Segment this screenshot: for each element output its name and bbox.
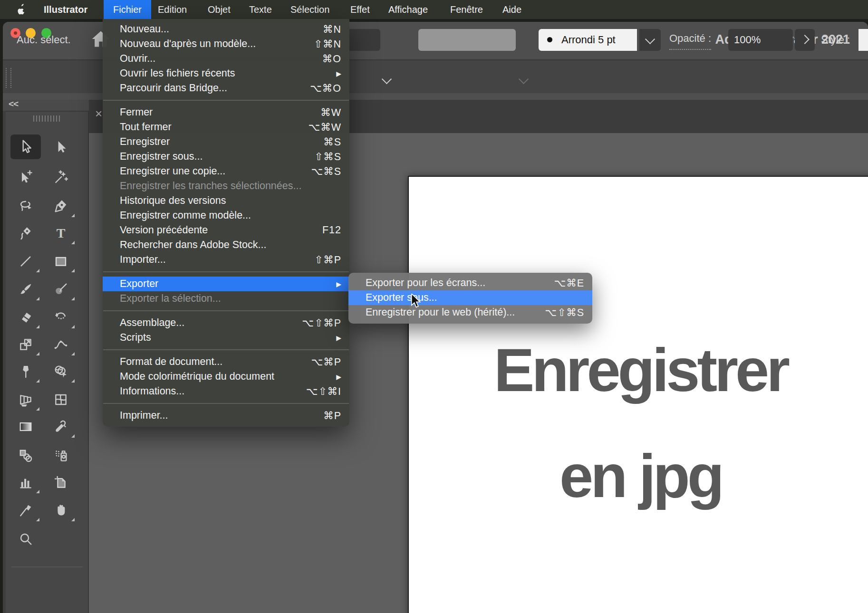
group-selection-tool[interactable]	[10, 164, 41, 189]
menu-separator	[103, 310, 349, 311]
menu-item-mode-colorimetrique[interactable]: Mode colorimétrique du document▶	[103, 369, 349, 384]
menubar-item-texte[interactable]: Texte	[249, 0, 272, 19]
magic-wand-tool[interactable]	[46, 164, 76, 189]
menubar-item-objet[interactable]: Objet	[208, 0, 231, 19]
menu-item-enregistrer[interactable]: Enregistrer⌘S	[103, 134, 349, 149]
stroke-color-well[interactable]	[418, 29, 516, 51]
toolbar-dock: <<	[3, 100, 89, 613]
menu-item-ouvrir[interactable]: Ouvrir...⌘O	[103, 51, 349, 66]
menubar-item-aide[interactable]: Aide	[502, 0, 521, 19]
type-tool[interactable]: T	[46, 221, 76, 246]
brush-dropdown-button[interactable]	[639, 29, 661, 51]
menubar-item-fichier[interactable]: Fichier	[104, 0, 151, 19]
stroke-chevron-icon	[520, 76, 527, 85]
menu-item-enregistrer-tranches: Enregistrer les tranches sélectionnées..…	[103, 179, 349, 193]
mouse-cursor	[410, 294, 422, 311]
menu-item-format-document[interactable]: Format de document...⌥⌘P	[103, 354, 349, 369]
menu-item-nouveau-modele[interactable]: Nouveau d'après un modèle...⇧⌘N	[103, 37, 349, 51]
submenu-item-exporter-ecrans[interactable]: Exporter pour les écrans...⌥⌘E	[348, 276, 592, 290]
blend-tool[interactable]	[10, 443, 41, 468]
submenu-item-enregistrer-web[interactable]: Enregistrer pour le web (hérité)...⌥⇧⌘S	[348, 305, 592, 320]
width-tool[interactable]	[46, 332, 76, 357]
rotate-tool[interactable]	[46, 305, 76, 330]
menu-item-nouveau[interactable]: Nouveau...⌘N	[103, 22, 349, 37]
menubar-item-edition[interactable]: Edition	[158, 0, 187, 19]
zoom-tool[interactable]	[10, 527, 41, 551]
artboard-canvas: Enregistrer en jpg	[408, 176, 868, 613]
menubar-item-fenetre[interactable]: Fenêtre	[450, 0, 483, 19]
menu-item-scripts[interactable]: Scripts▶	[103, 330, 349, 345]
menu-item-version-precedente[interactable]: Version précédenteF12	[103, 223, 349, 238]
menu-item-adobe-stock[interactable]: Rechercher dans Adobe Stock...	[103, 238, 349, 252]
menubar-item-effet[interactable]: Effet	[350, 0, 370, 19]
menu-item-parcourir-bridge[interactable]: Parcourir dans Bridge...⌥⌘O	[103, 81, 349, 96]
apple-icon[interactable]	[17, 3, 28, 22]
style-swatch[interactable]	[858, 29, 868, 51]
menubar-item-selection[interactable]: Sélection	[290, 0, 329, 19]
toolbar-drag-handle[interactable]	[33, 115, 61, 122]
selection-tool[interactable]	[10, 134, 41, 159]
puppet-warp-tool[interactable]	[10, 359, 41, 384]
column-graph-tool[interactable]	[10, 470, 41, 495]
lasso-tool[interactable]	[10, 194, 41, 219]
dock-header: <<	[3, 100, 89, 111]
submenu-item-exporter-sous[interactable]: Exporter sous...	[348, 290, 592, 305]
menu-item-enregistrer-modele[interactable]: Enregistrer comme modèle...	[103, 208, 349, 223]
illustrator-screen: Illustrator Fichier Edition Objet Texte …	[0, 0, 868, 613]
menu-item-enregistrer-sous[interactable]: Enregistrer sous...⇧⌘S	[103, 149, 349, 164]
slice-tool[interactable]	[10, 498, 41, 523]
mesh-tool[interactable]	[46, 387, 76, 412]
menu-item-assemblage[interactable]: Assemblage...⌥⇧⌘P	[103, 316, 349, 330]
gradient-tool[interactable]	[10, 414, 41, 439]
opacity-label[interactable]: Opacité :	[669, 29, 711, 50]
menu-item-informations[interactable]: Informations...⌥⇧⌘I	[103, 384, 349, 399]
opacity-input[interactable]: 100%	[728, 29, 793, 51]
menubar-item-affichage[interactable]: Affichage	[388, 0, 428, 19]
line-segment-tool[interactable]	[10, 249, 41, 274]
menu-separator	[103, 100, 349, 101]
menu-item-fichiers-recents[interactable]: Ouvrir les fichiers récents▶	[103, 66, 349, 81]
eyedropper-tool[interactable]	[46, 414, 76, 439]
svg-text:T: T	[57, 226, 66, 240]
brush-preset-field[interactable]: Arrondi 5 pt	[539, 29, 637, 51]
scale-tool[interactable]	[10, 332, 41, 357]
exporter-submenu: Exporter pour les écrans...⌥⌘E Exporter …	[348, 273, 592, 324]
toolbar-separator	[11, 566, 83, 567]
perspective-grid-tool[interactable]	[10, 387, 41, 412]
shaper-tool[interactable]	[46, 277, 76, 302]
menu-item-importer[interactable]: Importer...⇧⌘P	[103, 252, 349, 267]
menu-item-historique-versions[interactable]: Historique des versions	[103, 193, 349, 208]
tools-panel: T	[6, 111, 89, 613]
menu-item-fermer[interactable]: Fermer⌘W	[103, 105, 349, 120]
fill-chevron-icon[interactable]	[383, 76, 390, 85]
macos-menubar: Illustrator Fichier Edition Objet Texte …	[0, 0, 868, 19]
menu-item-exporter-selection: Exporter la sélection...	[103, 291, 349, 306]
pen-tool[interactable]	[46, 194, 76, 219]
menu-separator	[103, 403, 349, 404]
shape-builder-tool[interactable]	[46, 359, 76, 384]
fichier-menu: Nouveau...⌘N Nouveau d'après un modèle..…	[103, 19, 349, 427]
menubar-app-name[interactable]: Illustrator	[44, 0, 87, 19]
collapse-dock-button[interactable]: <<	[9, 99, 18, 109]
artwork-text: Enregistrer en jpg	[409, 317, 868, 529]
tab-close-icon[interactable]: ×	[95, 106, 102, 121]
symbol-sprayer-tool[interactable]	[46, 443, 76, 468]
menu-item-enregistrer-copie[interactable]: Enregistrer une copie...⌥⌘S	[103, 164, 349, 179]
menu-item-exporter[interactable]: Exporter▶	[103, 277, 349, 291]
curvature-tool[interactable]	[10, 221, 41, 246]
artboard-tool[interactable]	[46, 470, 76, 495]
rectangle-tool[interactable]	[46, 249, 76, 274]
brush-dot-icon	[547, 37, 552, 42]
selection-status: Auc. sélect.	[17, 29, 71, 51]
hand-tool[interactable]	[46, 498, 76, 523]
eraser-tool[interactable]	[10, 305, 41, 330]
opacity-stepper-button[interactable]	[795, 29, 815, 51]
menu-item-imprimer[interactable]: Imprimer...⌘P	[103, 408, 349, 423]
fill-color-well[interactable]	[349, 29, 380, 51]
menu-item-tout-fermer[interactable]: Tout fermer⌥⌘W	[103, 120, 349, 134]
paintbrush-tool[interactable]	[10, 277, 41, 302]
artwork-line-1: Enregistrer	[409, 317, 868, 423]
menu-separator	[103, 271, 349, 272]
controlbar-drag-handle[interactable]	[6, 68, 11, 88]
direct-selection-tool[interactable]	[46, 134, 76, 159]
